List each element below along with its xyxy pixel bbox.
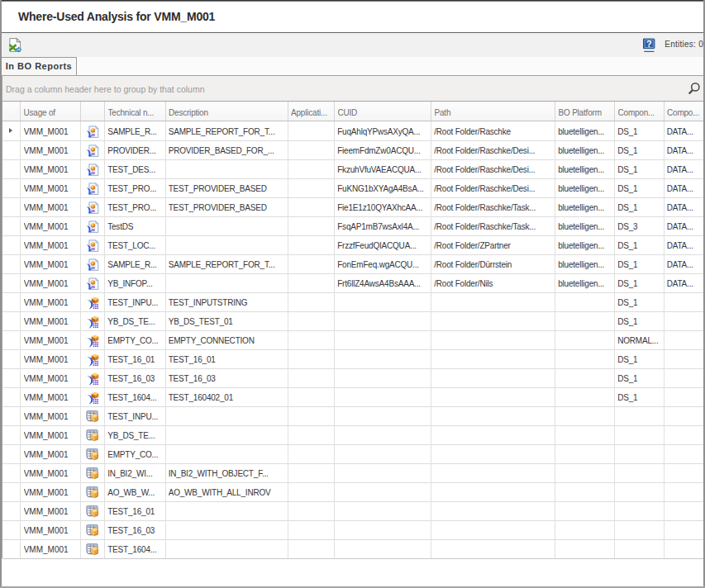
svg-text:?: ?: [646, 39, 652, 49]
